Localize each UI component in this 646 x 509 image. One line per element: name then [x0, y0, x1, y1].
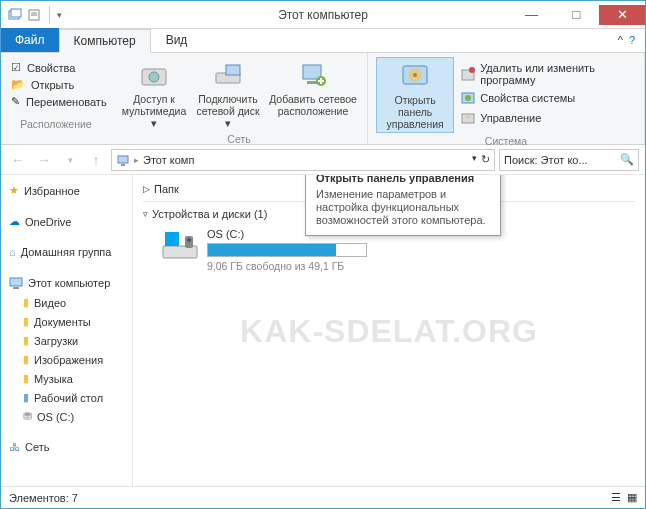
ribbon-open[interactable]: 📂 Открыть [11, 76, 101, 93]
svg-rect-24 [10, 278, 22, 286]
media-icon [138, 59, 170, 91]
drive-usage-fill [208, 244, 336, 256]
close-button[interactable]: ✕ [599, 5, 645, 25]
sidebar-desktop-label: Рабочий стол [34, 392, 103, 404]
manage-icon [460, 110, 476, 126]
drive-usage-bar [207, 243, 367, 257]
content-area: KAK-SDELAT.ORG Открыть панель управления… [133, 175, 645, 486]
nav-recent-dropdown[interactable]: ▾ [59, 149, 81, 171]
svg-rect-25 [13, 287, 19, 289]
manage-button[interactable]: Управление [458, 109, 636, 127]
folder-icon: ▮ [23, 353, 29, 366]
address-chevron-icon[interactable]: ▸ [134, 155, 139, 165]
ribbon-rename[interactable]: ✎ Переименовать [11, 93, 101, 110]
group-location-label: Расположение [11, 110, 101, 130]
system-menu-icon[interactable] [7, 7, 23, 23]
status-item-count: Элементов: 7 [9, 492, 78, 504]
system-properties-label: Свойства системы [480, 92, 575, 104]
media-access-label: Доступ к мультимедиа ▾ [121, 93, 187, 129]
ribbon-rename-label: Переименовать [26, 96, 107, 108]
address-dropdown[interactable]: ▾ [472, 153, 477, 166]
add-network-location-label: Добавить сетевое расположение [269, 93, 357, 117]
svg-rect-26 [163, 246, 197, 258]
sidebar-this-pc-label: Этот компьютер [28, 277, 110, 289]
nav-forward-button[interactable]: → [33, 149, 55, 171]
properties-icon: ☑ [11, 61, 21, 74]
open-control-panel-label: Открыть панель управления [379, 94, 451, 130]
uninstall-icon [460, 66, 476, 82]
refresh-button[interactable]: ↻ [481, 153, 490, 166]
sidebar-homegroup-label: Домашняя группа [21, 246, 112, 258]
addnet-icon [297, 59, 329, 91]
open-control-panel-button[interactable]: Открыть панель управления [376, 57, 454, 133]
minimize-button[interactable]: — [509, 5, 554, 25]
svg-point-20 [465, 95, 471, 101]
sidebar-network[interactable]: 🖧Сеть [5, 438, 128, 456]
sidebar-favorites[interactable]: ★Избранное [5, 181, 128, 200]
address-bar[interactable]: ▸ Этот комп ▾ ↻ [111, 149, 495, 171]
sidebar-onedrive[interactable]: ☁OneDrive [5, 212, 128, 231]
sidebar-videos[interactable]: ▮Видео [5, 293, 128, 312]
tooltip-title: Открыть панель управления [316, 175, 490, 184]
svg-point-16 [413, 73, 417, 77]
sidebar-onedrive-label: OneDrive [25, 216, 71, 228]
uninstall-program-button[interactable]: Удалить или изменить программу [458, 61, 636, 87]
help-button[interactable]: ? [629, 34, 635, 46]
chevron-right-icon: ▷ [143, 184, 150, 194]
sidebar-documents[interactable]: ▮Документы [5, 312, 128, 331]
window-title: Этот компьютер [278, 8, 368, 22]
svg-rect-23 [121, 164, 125, 166]
sidebar-pictures[interactable]: ▮Изображения [5, 350, 128, 369]
map-drive-label: Подключить сетевой диск ▾ [195, 93, 261, 129]
sidebar-desktop[interactable]: ▮Рабочий стол [5, 388, 128, 407]
folders-section-label: Папк [154, 183, 179, 195]
network-icon: 🖧 [9, 441, 20, 453]
group-network-label: Сеть [227, 131, 250, 145]
map-drive-button[interactable]: Подключить сетевой диск ▾ [193, 57, 263, 131]
uninstall-program-label: Удалить или изменить программу [480, 62, 634, 86]
view-tiles-icon[interactable]: ▦ [627, 491, 637, 504]
netdrive-icon [212, 59, 244, 91]
sidebar-os-c[interactable]: ⛃OS (C:) [5, 407, 128, 426]
ribbon-collapse-icon[interactable]: ^ [618, 34, 623, 46]
svg-rect-22 [118, 156, 128, 163]
tab-computer[interactable]: Компьютер [59, 29, 151, 53]
sidebar-videos-label: Видео [34, 297, 66, 309]
qat-properties-icon[interactable] [26, 7, 42, 23]
svg-rect-8 [226, 65, 240, 75]
chevron-down-icon: ▿ [143, 209, 148, 219]
drive-icon: ⛃ [23, 410, 32, 423]
sidebar-homegroup[interactable]: ⌂Домашняя группа [5, 243, 128, 261]
address-crumb[interactable]: Этот комп [143, 154, 194, 166]
sidebar-music[interactable]: ▮Музыка [5, 369, 128, 388]
nav-back-button[interactable]: ← [7, 149, 29, 171]
add-network-location-button[interactable]: Добавить сетевое расположение [267, 57, 359, 131]
view-details-icon[interactable]: ☰ [611, 491, 621, 504]
ribbon-open-label: Открыть [31, 79, 74, 91]
tab-view[interactable]: Вид [151, 28, 203, 52]
sidebar-downloads[interactable]: ▮Загрузки [5, 331, 128, 350]
qat-dropdown[interactable]: ▾ [57, 10, 62, 20]
svg-rect-27 [165, 232, 179, 246]
nav-up-button[interactable]: ↑ [85, 149, 107, 171]
cloud-icon: ☁ [9, 215, 20, 228]
tooltip-body: Изменение параметров и настройка функцио… [316, 188, 490, 227]
folder-icon: ▮ [23, 296, 29, 309]
sidebar-this-pc[interactable]: Этот компьютер [5, 273, 128, 293]
sidebar: ★Избранное ☁OneDrive ⌂Домашняя группа Эт… [1, 175, 133, 486]
drive-free-space: 9,06 ГБ свободно из 49,1 ГБ [207, 260, 367, 272]
tooltip: Открыть панель управления Изменение пара… [305, 175, 501, 236]
tab-file[interactable]: Файл [1, 28, 59, 52]
svg-point-6 [149, 72, 159, 82]
folder-icon: ▮ [23, 391, 29, 404]
sidebar-pictures-label: Изображения [34, 354, 103, 366]
system-properties-button[interactable]: Свойства системы [458, 89, 636, 107]
manage-label: Управление [480, 112, 541, 124]
media-access-button[interactable]: Доступ к мультимедиа ▾ [119, 57, 189, 131]
ribbon-properties[interactable]: ☑ Свойства [11, 59, 101, 76]
maximize-button[interactable]: □ [554, 5, 599, 25]
folder-icon: ▮ [23, 334, 29, 347]
open-icon: 📂 [11, 78, 25, 91]
search-input[interactable]: Поиск: Этот ко... 🔍 [499, 149, 639, 171]
svg-rect-10 [307, 81, 317, 84]
